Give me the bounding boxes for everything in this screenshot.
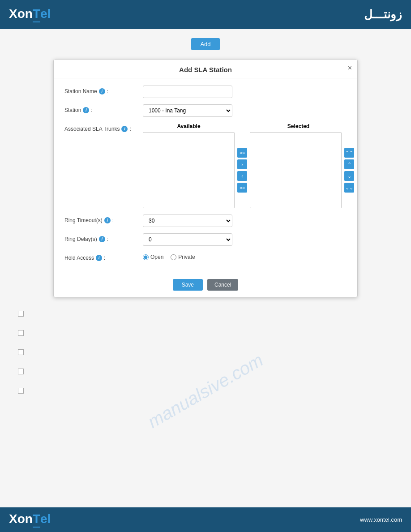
hold-access-control: Open Private — [143, 252, 347, 260]
ring-timeout-control: 30 15 45 60 — [143, 215, 347, 227]
hold-access-open-radio[interactable] — [143, 254, 149, 260]
checkbox-item-4 — [18, 369, 402, 374]
station-control: 1000 - Ina Tang 1001 - John Smith 1002 -… — [143, 104, 347, 117]
checkbox-item-1 — [18, 311, 402, 317]
selected-listbox[interactable] — [250, 132, 342, 208]
station-name-row: Station Name i: — [64, 86, 347, 98]
add-button-area: Add — [9, 38, 402, 50]
ring-delay-label: Ring Delay(s) i: — [64, 233, 143, 242]
hold-access-open-label[interactable]: Open — [143, 254, 163, 260]
add-sla-station-modal: Add SLA Station × Station Name i: — [53, 59, 358, 297]
available-header: Available — [143, 123, 235, 129]
ring-delay-row: Ring Delay(s) i: 0 5 10 15 — [64, 233, 347, 246]
move-left-button[interactable]: ‹ — [237, 171, 247, 181]
selected-header: Selected — [253, 123, 344, 129]
footer-logo-tel: Tel — [33, 512, 51, 526]
footer-logo: XonTel — [9, 512, 51, 528]
checkbox-2[interactable] — [18, 330, 24, 336]
add-button[interactable]: Add — [191, 38, 219, 50]
hold-access-radio-group: Open Private — [143, 252, 347, 260]
station-label: Station i: — [64, 104, 143, 113]
order-buttons: ⌃⌃ ⌃ ⌄ ⌄⌄ — [344, 148, 354, 193]
cancel-button[interactable]: Cancel — [207, 279, 238, 291]
ring-timeout-select[interactable]: 30 15 45 60 — [143, 215, 232, 227]
ring-timeout-row: Ring Timeout(s) i: 30 15 45 60 — [64, 215, 347, 227]
hold-access-label: Hold Access i: — [64, 252, 143, 261]
trunks-controls-row: »» › ‹ «« ⌃⌃ ⌃ — [143, 132, 357, 208]
hold-access-private-label[interactable]: Private — [171, 254, 195, 260]
checkbox-5[interactable] — [18, 388, 24, 394]
header: XonTel زونتـــل — [0, 0, 411, 29]
header-arabic-text: زونتـــل — [364, 8, 402, 21]
logo-tel: Tel — [33, 7, 51, 21]
footer-logo-xon: Xon — [9, 512, 33, 526]
checkbox-item-3 — [18, 349, 402, 355]
move-right-button[interactable]: › — [237, 159, 247, 169]
logo-text: XonTel — [9, 7, 51, 22]
move-top-button[interactable]: ⌃⌃ — [344, 148, 354, 158]
footer-url: www.xontel.com — [360, 516, 402, 523]
modal-body: Station Name i: Station i: 100 — [54, 78, 357, 275]
checkboxes-area — [9, 311, 402, 394]
ring-timeout-label: Ring Timeout(s) i: — [64, 215, 143, 223]
trunks-header-row: Available Selected — [143, 123, 357, 129]
modal-title: Add SLA Station — [179, 66, 232, 73]
trunks-info-icon: i — [121, 126, 128, 132]
footer-logo-text: XonTel — [9, 512, 51, 528]
hold-access-private-radio[interactable] — [171, 254, 176, 260]
ring-delay-control: 0 5 10 15 — [143, 233, 347, 246]
modal-close-button[interactable]: × — [348, 64, 352, 72]
station-name-label: Station Name i: — [64, 86, 143, 94]
station-name-control — [143, 86, 347, 98]
watermark-area: manualsive.com — [9, 297, 402, 476]
checkbox-item-2 — [18, 330, 402, 336]
station-info-icon: i — [83, 107, 89, 113]
hold-access-row: Hold Access i: Open Private — [64, 252, 347, 261]
available-listbox[interactable] — [143, 132, 235, 208]
station-row: Station i: 1000 - Ina Tang 1001 - John S… — [64, 104, 347, 117]
move-up-button[interactable]: ⌃ — [344, 159, 354, 169]
hold-access-info-icon: i — [96, 255, 102, 261]
move-all-left-button[interactable]: «« — [237, 183, 247, 193]
ring-delay-select[interactable]: 0 5 10 15 — [143, 233, 232, 246]
trunks-section: Available Selected »» — [143, 123, 357, 208]
move-all-right-button[interactable]: »» — [237, 148, 247, 158]
transfer-buttons: »» › ‹ «« — [237, 148, 247, 193]
header-logo: XonTel — [9, 7, 51, 22]
associated-trunks-row: Associated SLA Trunks i: Available Selec… — [64, 123, 347, 208]
move-down-button[interactable]: ⌄ — [344, 171, 354, 181]
checkbox-item-5 — [18, 388, 402, 394]
station-name-input[interactable] — [143, 86, 232, 98]
checkbox-3[interactable] — [18, 349, 24, 355]
save-button[interactable]: Save — [173, 279, 203, 291]
station-select[interactable]: 1000 - Ina Tang 1001 - John Smith 1002 -… — [143, 104, 232, 117]
move-bottom-button[interactable]: ⌄⌄ — [344, 183, 354, 193]
station-name-info-icon: i — [99, 88, 105, 94]
modal-wrapper: Add SLA Station × Station Name i: — [9, 59, 402, 297]
ring-timeout-info-icon: i — [104, 217, 111, 223]
logo-xon: Xon — [9, 7, 33, 21]
footer: XonTel www.xontel.com — [0, 507, 411, 532]
checkbox-4[interactable] — [18, 369, 24, 374]
associated-trunks-label: Associated SLA Trunks i: — [64, 123, 143, 132]
main-content: Add Add SLA Station × Station Name i: — [0, 29, 411, 507]
modal-header: Add SLA Station × — [54, 60, 357, 78]
checkbox-1[interactable] — [18, 311, 24, 317]
modal-footer: Save Cancel — [54, 275, 357, 297]
ring-delay-info-icon: i — [99, 236, 105, 242]
